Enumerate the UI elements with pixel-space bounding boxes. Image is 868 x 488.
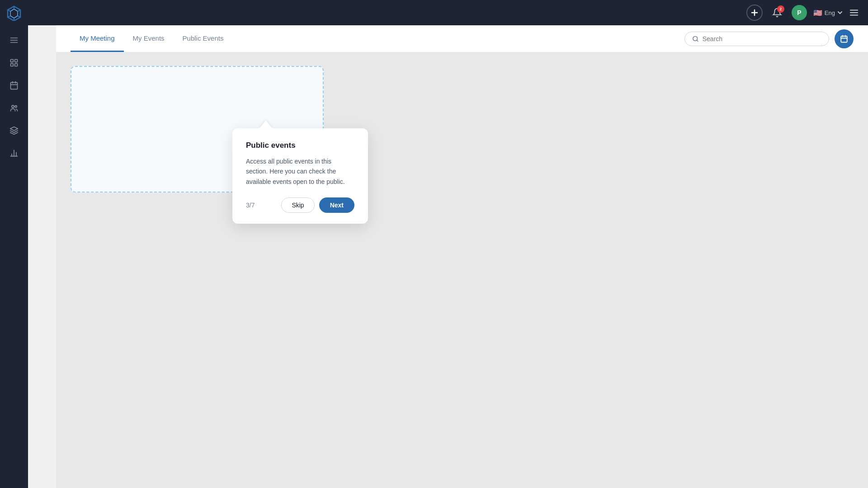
tabs: My Meeting My Events Public Events bbox=[71, 25, 232, 52]
svg-marker-1 bbox=[10, 9, 18, 18]
language-selector[interactable]: 🇺🇸 Eng bbox=[813, 9, 843, 17]
tab-my-events[interactable]: My Events bbox=[124, 25, 174, 52]
calendar-button[interactable] bbox=[835, 29, 854, 48]
svg-point-19 bbox=[12, 105, 14, 108]
sidebar-item-chart[interactable] bbox=[5, 144, 24, 163]
tooltip-step: 3/7 bbox=[246, 202, 255, 209]
svg-point-20 bbox=[15, 106, 17, 108]
notification-button[interactable]: 2 bbox=[769, 5, 785, 21]
content-header: My Meeting My Events Public Events bbox=[56, 25, 868, 52]
chevron-down-icon bbox=[837, 10, 843, 15]
flag-icon: 🇺🇸 bbox=[813, 9, 822, 17]
header-right bbox=[684, 29, 854, 48]
svg-rect-12 bbox=[15, 60, 18, 62]
sidebar-logo bbox=[0, 0, 28, 25]
notification-badge: 2 bbox=[777, 5, 784, 13]
svg-rect-13 bbox=[11, 64, 14, 66]
sidebar-nav bbox=[5, 25, 24, 488]
user-avatar[interactable]: P bbox=[792, 5, 807, 20]
content-body: Public events Access all public events i… bbox=[56, 52, 868, 206]
svg-rect-32 bbox=[841, 36, 847, 42]
svg-rect-14 bbox=[15, 64, 18, 66]
tab-my-meeting[interactable]: My Meeting bbox=[71, 25, 124, 52]
tooltip-footer: 3/7 Skip Next bbox=[246, 197, 354, 213]
sidebar-item-menu[interactable] bbox=[5, 31, 24, 50]
tooltip-title: Public events bbox=[246, 141, 354, 150]
svg-line-31 bbox=[697, 40, 698, 41]
hamburger-menu-button[interactable] bbox=[849, 8, 859, 18]
next-button[interactable]: Next bbox=[319, 197, 354, 213]
search-icon bbox=[692, 35, 699, 42]
tab-public-events[interactable]: Public Events bbox=[174, 25, 233, 52]
add-button[interactable] bbox=[746, 5, 763, 21]
tooltip-arrow bbox=[259, 120, 272, 128]
tooltip-card: Public events Access all public events i… bbox=[232, 128, 368, 224]
search-input[interactable] bbox=[703, 35, 821, 42]
language-label: Eng bbox=[825, 9, 835, 16]
svg-rect-15 bbox=[11, 82, 18, 89]
sidebar-item-calendar[interactable] bbox=[5, 76, 24, 95]
sidebar-item-people[interactable] bbox=[5, 99, 24, 117]
sidebar-item-box[interactable] bbox=[5, 121, 24, 140]
search-box bbox=[684, 32, 829, 46]
tooltip-description: Access all public events in this section… bbox=[246, 156, 354, 187]
sidebar bbox=[0, 0, 28, 488]
sidebar-item-dashboard[interactable] bbox=[5, 53, 24, 72]
topbar: 2 P 🇺🇸 Eng bbox=[28, 0, 868, 25]
tooltip: Public events Access all public events i… bbox=[232, 120, 368, 224]
skip-button[interactable]: Skip bbox=[281, 197, 314, 213]
svg-rect-11 bbox=[11, 60, 14, 62]
tooltip-actions: Skip Next bbox=[281, 197, 354, 213]
calendar-icon bbox=[840, 35, 848, 43]
main-content: My Meeting My Events Public Events bbox=[56, 25, 868, 488]
